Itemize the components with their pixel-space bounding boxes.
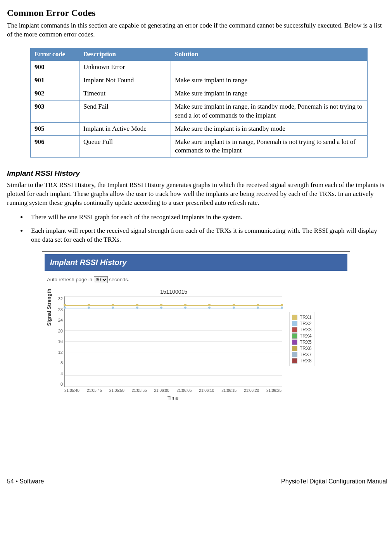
footer-right: PhysioTel Digital Configuration Manual	[281, 478, 387, 485]
list-item: Each implant will report the received si…	[27, 227, 387, 244]
legend-item: TRX7	[292, 352, 312, 357]
list-item: There will be one RSSI graph for each of…	[27, 213, 387, 222]
table-row: 901Implant Not FoundMake sure implant in…	[31, 74, 368, 87]
legend-item: TRX6	[292, 346, 312, 351]
y-axis-ticks: 322824201612840	[54, 296, 64, 386]
cell-desc: Unknown Error	[79, 61, 171, 74]
cell-code: 903	[31, 100, 79, 122]
legend-item: TRX5	[292, 339, 312, 345]
footer-left: 54 • Software	[7, 478, 44, 485]
section-title-rssi: Implant RSSI History	[7, 169, 387, 178]
cell-desc: Implant Not Found	[79, 74, 171, 87]
cell-desc: Timeout	[79, 87, 171, 100]
cell-desc: Implant in Active Mode	[79, 122, 171, 135]
cell-desc: Send Fail	[79, 100, 171, 122]
refresh-suffix: seconds.	[109, 277, 129, 282]
chart-title: 151100015	[65, 289, 282, 295]
table-row: 903Send FailMake sure implant in range, …	[31, 100, 368, 122]
cell-code: 902	[31, 87, 79, 100]
cell-sol: Make sure implant in range, in standby m…	[171, 100, 368, 122]
cell-code: 901	[31, 74, 79, 87]
rssi-bullets: There will be one RSSI graph for each of…	[7, 213, 387, 244]
legend-item: TRX4	[292, 333, 312, 339]
cell-sol: Make sure implant in range	[171, 74, 368, 87]
table-row: 906Queue FullMake sure implant is in ran…	[31, 135, 368, 158]
rssi-panel-title: Implant RSSI History	[45, 254, 347, 271]
rssi-history-panel: Implant RSSI History Auto refresh page i…	[42, 251, 350, 408]
cell-sol: Make sure implant in range	[171, 87, 368, 100]
cell-code: 906	[31, 135, 79, 158]
th-sol: Solution	[171, 48, 368, 61]
refresh-interval-select[interactable]: 30	[94, 276, 108, 283]
error-codes-table: Error code Description Solution 900Unkno…	[30, 48, 368, 158]
auto-refresh-line: Auto refresh page in 30 seconds.	[45, 275, 347, 289]
plot-area	[64, 296, 282, 387]
cell-sol: Make sure implant is in range, Ponemah i…	[171, 135, 368, 158]
cell-sol	[171, 61, 368, 74]
legend-item: TRX2	[292, 321, 312, 326]
chart-legend: TRX1TRX2TRX3TRX4TRX5TRX6TRX7TRX8	[289, 312, 314, 366]
cell-sol: Make sure the implant is in standby mode	[171, 122, 368, 135]
legend-item: TRX8	[292, 358, 312, 364]
cell-desc: Queue Full	[79, 135, 171, 158]
th-desc: Description	[79, 48, 171, 61]
cell-code: 900	[31, 61, 79, 74]
chart-xlabel: Time	[64, 395, 281, 401]
section-title-error-codes: Common Error Codes	[7, 8, 387, 18]
table-row: 905Implant in Active ModeMake sure the i…	[31, 122, 368, 135]
intro-paragraph: The implant commands in this section are…	[7, 21, 387, 39]
table-row: 900Unknown Error	[31, 61, 368, 74]
table-row: 902TimeoutMake sure implant in range	[31, 87, 368, 100]
x-axis-ticks: 21:05:4021:05:4521:05:5021:05:5521:06:00…	[64, 388, 281, 393]
legend-item: TRX3	[292, 327, 312, 333]
refresh-prefix: Auto refresh page in	[47, 277, 92, 282]
cell-code: 905	[31, 122, 79, 135]
page-footer: 54 • Software PhysioTel Digital Configur…	[7, 478, 387, 485]
rssi-paragraph: Similar to the TRX RSSI History, the Imp…	[7, 181, 387, 208]
rssi-chart: Signal Strength 151100015 32282420161284…	[45, 289, 347, 401]
th-code: Error code	[31, 48, 79, 61]
legend-item: TRX1	[292, 315, 312, 320]
chart-ylabel: Signal Strength	[46, 289, 52, 361]
